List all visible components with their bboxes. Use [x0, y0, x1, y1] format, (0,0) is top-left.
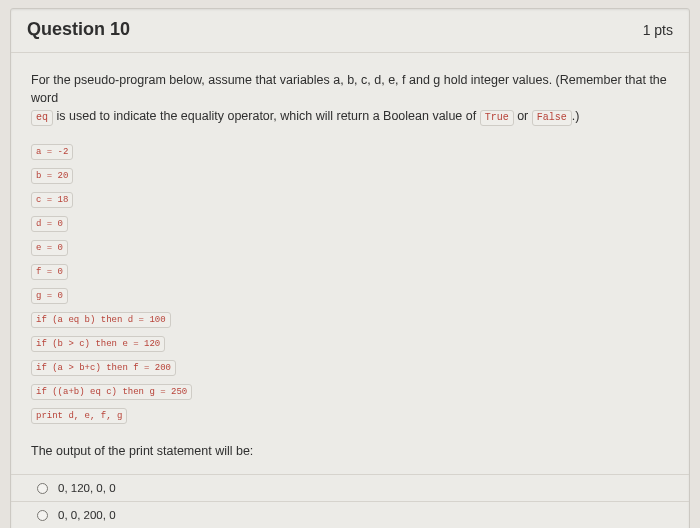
code-line: print d, e, f, g	[31, 408, 127, 424]
code-line: b = 20	[31, 168, 73, 184]
intro-text-2b: or	[514, 109, 532, 123]
question-intro: For the pseudo-program below, assume tha…	[31, 71, 669, 126]
code-line: g = 0	[31, 288, 68, 304]
code-line: if (b > c) then e = 120	[31, 336, 165, 352]
answer-options: 0, 120, 0, 0 0, 0, 200, 0 0, 0, 0, 250 0…	[11, 474, 689, 528]
output-prompt: The output of the print statement will b…	[31, 444, 669, 458]
code-line: e = 0	[31, 240, 68, 256]
option-label: 0, 0, 200, 0	[58, 509, 116, 521]
code-line: if (a eq b) then d = 100	[31, 312, 171, 328]
intro-text-2a: is used to indicate the equality operato…	[53, 109, 480, 123]
question-points: 1 pts	[643, 22, 673, 38]
radio-icon	[37, 510, 48, 521]
question-title: Question 10	[27, 19, 130, 40]
question-card: Question 10 1 pts For the pseudo-program…	[10, 8, 690, 528]
code-line: if ((a+b) eq c) then g = 250	[31, 384, 192, 400]
pill-false: False	[532, 110, 572, 126]
radio-icon	[37, 483, 48, 494]
code-line: f = 0	[31, 264, 68, 280]
pill-eq: eq	[31, 110, 53, 126]
code-line: d = 0	[31, 216, 68, 232]
intro-text-1: For the pseudo-program below, assume tha…	[31, 73, 667, 105]
pill-true: True	[480, 110, 514, 126]
answer-option[interactable]: 0, 0, 200, 0	[11, 501, 689, 528]
code-line: if (a > b+c) then f = 200	[31, 360, 176, 376]
intro-text-2c: .)	[572, 109, 580, 123]
option-label: 0, 120, 0, 0	[58, 482, 116, 494]
code-block: a = -2 b = 20 c = 18 d = 0 e = 0 f = 0 g…	[31, 140, 669, 428]
code-line: c = 18	[31, 192, 73, 208]
question-body: For the pseudo-program below, assume tha…	[11, 53, 689, 528]
question-header: Question 10 1 pts	[11, 9, 689, 53]
answer-option[interactable]: 0, 120, 0, 0	[11, 474, 689, 501]
code-line: a = -2	[31, 144, 73, 160]
